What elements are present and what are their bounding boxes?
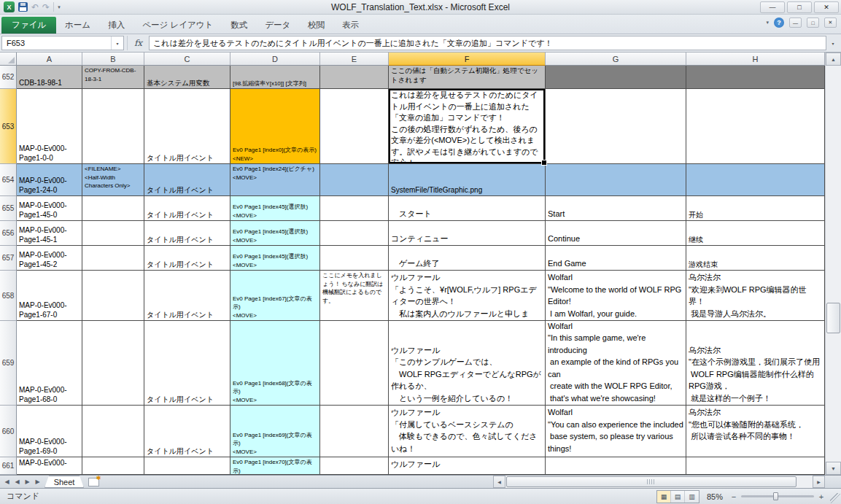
cell-C658[interactable]: タイトル用イベント xyxy=(144,271,230,321)
cell-A653[interactable]: MAP-0-Ev000- Page1-0-0 xyxy=(17,89,82,164)
cell-A658[interactable]: MAP-0-Ev000- Page1-67-0 xyxy=(17,271,82,321)
cell-E654[interactable] xyxy=(320,164,389,196)
formula-bar-expand-icon[interactable]: ▾ xyxy=(826,41,840,46)
cell-H661[interactable] xyxy=(686,457,825,475)
cell-E661[interactable] xyxy=(320,457,389,475)
help-icon[interactable]: ? xyxy=(774,18,784,28)
cell-C657[interactable]: タイトル用イベント xyxy=(144,246,230,271)
ribbon-tab-view[interactable]: 表示 xyxy=(333,17,368,34)
row-header-656[interactable]: 656 xyxy=(0,221,17,246)
ribbon-tab-home[interactable]: ホーム xyxy=(56,17,99,34)
ribbon-tab-data[interactable]: データ xyxy=(256,17,299,34)
column-header-E[interactable]: E xyxy=(320,53,389,66)
cell-B656[interactable] xyxy=(82,221,144,246)
cell-G656[interactable]: Continue xyxy=(546,221,686,246)
cell-G657[interactable]: End Game xyxy=(546,246,686,271)
zoom-slider-track[interactable] xyxy=(741,495,814,497)
cell-D654[interactable]: Ev0 Page1 [index24](ピクチャ) <MOVE> xyxy=(230,164,320,196)
cell-E660[interactable] xyxy=(320,406,389,457)
scroll-down-icon[interactable]: ▼ xyxy=(826,462,841,475)
horizontal-scrollbar[interactable]: ◀ ▶ xyxy=(493,476,825,488)
name-box[interactable]: F653 ▾ xyxy=(1,36,124,50)
scroll-left-icon[interactable]: ◀ xyxy=(493,476,505,488)
cell-H656[interactable]: 继续 xyxy=(686,221,825,246)
cell-A660[interactable]: MAP-0-Ev000- Page1-69-0 xyxy=(17,406,82,457)
zoom-slider-thumb[interactable] xyxy=(773,492,778,500)
cell-D660[interactable]: Ev0 Page1 [index69](文章の表示) <MOVE> xyxy=(230,406,320,457)
ribbon-tab-page-layout[interactable]: ページ レイアウト xyxy=(133,17,222,34)
cell-B661[interactable] xyxy=(82,457,144,475)
cell-F652[interactable]: ここの値は「自動システム初期化」処理でセットされます xyxy=(389,66,546,89)
cell-G653[interactable] xyxy=(546,89,686,164)
maximize-button[interactable]: □ xyxy=(787,1,812,13)
column-header-H[interactable]: H xyxy=(686,53,825,66)
cell-C656[interactable]: タイトル用イベント xyxy=(144,221,230,246)
redo-icon[interactable]: ↷ xyxy=(42,3,50,12)
cell-G660[interactable]: Wolfarl "You can also experience the inc… xyxy=(546,406,686,457)
ribbon-tab-formulas[interactable]: 数式 xyxy=(222,17,256,34)
excel-app-icon[interactable]: X xyxy=(4,1,15,12)
row-header-652[interactable]: 652 xyxy=(0,66,17,89)
scroll-right-icon[interactable]: ▶ xyxy=(813,476,825,488)
workbook-restore-button[interactable]: □ xyxy=(807,18,819,28)
zoom-in-button[interactable]: + xyxy=(818,492,825,501)
cell-C661[interactable] xyxy=(144,457,230,475)
row-header-660[interactable]: 660 xyxy=(0,406,17,457)
undo-icon[interactable]: ↶ xyxy=(31,3,39,12)
column-header-B[interactable]: B xyxy=(82,53,144,66)
next-sheet-icon[interactable]: ▶ xyxy=(23,478,32,485)
cell-D661[interactable]: Ev0 Page1 [index70](文章の表示) xyxy=(230,457,320,475)
previous-sheet-icon[interactable]: ◀ xyxy=(12,478,22,485)
cell-E657[interactable] xyxy=(320,246,389,271)
cell-H654[interactable] xyxy=(686,164,825,196)
cell-F655[interactable]: スタート xyxy=(389,196,546,221)
zoom-level-label[interactable]: 85% xyxy=(707,492,723,501)
workbook-close-button[interactable]: ✕ xyxy=(824,18,837,28)
row-header-658[interactable]: 658 xyxy=(0,271,17,321)
cell-A655[interactable]: MAP-0-Ev000- Page1-45-0 xyxy=(17,196,82,221)
ribbon-tab-review[interactable]: 校閲 xyxy=(299,17,333,34)
row-header-653[interactable]: 653 xyxy=(0,89,17,164)
cell-B654[interactable]: <FILENAME> <Half-Width Characters Only> xyxy=(82,164,144,196)
row-header-657[interactable]: 657 xyxy=(0,246,17,271)
cell-H658[interactable]: 乌尔法尔 "欢迎来到WOLF RPG编辑器的世界！ 我是导游人乌尔法尔。 xyxy=(686,271,825,321)
cell-G654[interactable] xyxy=(546,164,686,196)
cell-D656[interactable]: Ev0 Page1 [index45](選択肢) <MOVE> xyxy=(230,221,320,246)
cell-C654[interactable]: タイトル用イベント xyxy=(144,164,230,196)
cell-E655[interactable] xyxy=(320,196,389,221)
cell-D655[interactable]: Ev0 Page1 [index45](選択肢) <MOVE> xyxy=(230,196,320,221)
cell-A659[interactable]: MAP-0-Ev000- Page1-68-0 xyxy=(17,321,82,406)
cell-B658[interactable] xyxy=(82,271,144,321)
qat-customize-icon[interactable]: ▾ xyxy=(58,4,61,10)
ribbon-collapse-icon[interactable]: ▾ xyxy=(766,20,769,26)
scroll-up-icon[interactable]: ▲ xyxy=(826,53,841,66)
row-header-655[interactable]: 655 xyxy=(0,196,17,221)
cell-C652[interactable]: 基本システム用変数 xyxy=(144,66,230,89)
cell-A661[interactable]: MAP-0-Ev000- xyxy=(17,457,82,475)
cell-C659[interactable]: タイトル用イベント xyxy=(144,321,230,406)
cell-H653[interactable] xyxy=(686,89,825,164)
cell-F654[interactable]: SystemFile/TitleGraphic.png xyxy=(389,164,546,196)
minimize-button[interactable]: — xyxy=(760,1,785,13)
cell-D658[interactable]: Ev0 Page1 [index67](文章の表示) <MOVE> xyxy=(230,271,320,321)
vertical-scroll-thumb[interactable] xyxy=(826,303,840,333)
last-sheet-icon[interactable]: ▶ xyxy=(33,478,42,485)
insert-worksheet-button[interactable]: ✱ xyxy=(84,476,103,488)
horizontal-scroll-track[interactable] xyxy=(505,476,813,488)
cell-E658[interactable]: ここにメモを入れましょう！ ちなみに翻訳は機械翻訳によるものです。 xyxy=(320,271,389,321)
save-icon[interactable] xyxy=(18,2,28,12)
cell-B652[interactable]: COPY-FROM-CDB- 18-3-1 xyxy=(82,66,144,89)
column-header-G[interactable]: G xyxy=(546,53,686,66)
cell-D657[interactable]: Ev0 Page1 [index45](選択肢) <MOVE> xyxy=(230,246,320,271)
select-all-button[interactable] xyxy=(0,53,17,66)
cell-D659[interactable]: Ev0 Page1 [index68](文章の表示) <MOVE> xyxy=(230,321,320,406)
cell-F661[interactable]: ウルファール xyxy=(389,457,546,475)
cell-B659[interactable] xyxy=(82,321,144,406)
column-header-A[interactable]: A xyxy=(17,53,82,66)
zoom-out-button[interactable]: − xyxy=(730,492,737,501)
zoom-slider[interactable]: − + xyxy=(730,492,825,501)
cell-G658[interactable]: Wolfarl "Welcome to the world of WOLF RP… xyxy=(546,271,686,321)
first-sheet-icon[interactable]: ◀ xyxy=(2,478,12,485)
cell-B660[interactable] xyxy=(82,406,144,457)
ribbon-tab-insert[interactable]: 挿入 xyxy=(99,17,133,34)
